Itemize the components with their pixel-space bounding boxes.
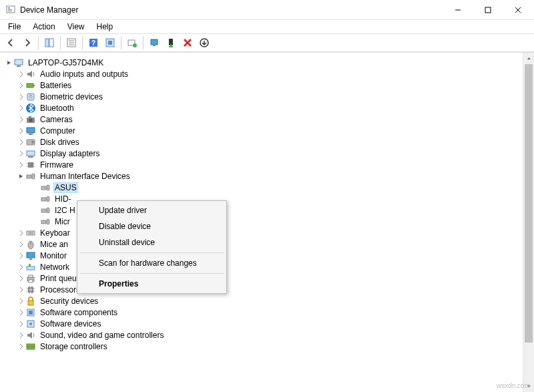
tree-item-hid[interactable]: Human Interface Devices <box>1 170 521 182</box>
battery-icon <box>25 80 36 91</box>
tree-item-computer[interactable]: Computer <box>1 125 521 136</box>
tree-label: Network <box>39 262 71 272</box>
tree-label: Firmware <box>39 160 75 170</box>
expand-icon[interactable] <box>16 69 25 79</box>
svg-rect-78 <box>28 301 33 305</box>
svg-rect-36 <box>29 134 33 135</box>
monitor-icon <box>25 126 36 136</box>
sound-icon <box>25 330 36 341</box>
tree-item-display[interactable]: Display adapters <box>1 148 521 159</box>
toolbar-separator <box>82 36 83 49</box>
expand-icon[interactable] <box>16 240 25 249</box>
toolbar-separator <box>60 36 61 49</box>
expand-icon[interactable] <box>16 308 25 317</box>
close-button[interactable] <box>503 0 533 20</box>
svg-rect-39 <box>27 151 35 156</box>
scroll-up-button[interactable] <box>523 53 534 64</box>
svg-rect-47 <box>32 174 35 179</box>
storage-icon <box>25 341 36 352</box>
window-title: Device Manager <box>20 5 78 15</box>
collapse-icon[interactable] <box>4 58 13 67</box>
menu-action[interactable]: Action <box>27 21 60 33</box>
vertical-scrollbar[interactable] <box>523 53 534 392</box>
tree-item-sound[interactable]: Sound, video and game controllers <box>1 329 521 341</box>
maximize-button[interactable] <box>473 0 503 20</box>
expand-icon[interactable] <box>16 262 25 272</box>
scrollbar-track[interactable] <box>523 64 534 381</box>
tree-item-batteries[interactable]: Batteries <box>1 79 521 91</box>
tree-item-bluetooth[interactable]: Bluetooth <box>1 102 521 114</box>
ctx-properties[interactable]: Properties <box>79 276 225 292</box>
show-hide-tree-button[interactable] <box>41 35 57 51</box>
tree-item-storage[interactable]: Storage controllers <box>1 341 521 352</box>
uninstall-device-button[interactable] <box>180 35 196 51</box>
menu-file[interactable]: File <box>3 21 26 33</box>
tree-item-asus-touchpad[interactable]: ASUS <box>1 182 521 193</box>
expand-icon[interactable] <box>16 92 25 102</box>
tree-item-security[interactable]: Security devices <box>1 295 521 307</box>
enable-device-button[interactable] <box>196 35 212 51</box>
expand-icon[interactable] <box>16 138 25 147</box>
minimize-button[interactable] <box>443 0 473 20</box>
expand-icon[interactable] <box>16 228 25 238</box>
scan-hardware-button[interactable] <box>124 35 140 51</box>
collapse-icon[interactable] <box>16 172 25 181</box>
display-adapter-icon <box>25 148 36 159</box>
watermark: wsxdn.com <box>497 382 530 389</box>
expand-icon[interactable] <box>16 319 25 329</box>
svg-rect-48 <box>41 186 46 190</box>
tree-item-swcomponents[interactable]: Software components <box>1 307 521 318</box>
expand-icon[interactable] <box>16 285 25 295</box>
properties-button[interactable] <box>63 35 79 51</box>
tree-label: Disk drives <box>39 137 81 148</box>
svg-rect-56 <box>27 231 35 235</box>
titlebar: Device Manager <box>0 0 534 20</box>
svg-rect-3 <box>8 11 12 11</box>
app-icon <box>5 5 16 15</box>
tree-label: ASUS <box>53 182 78 193</box>
ctx-update-driver[interactable]: Update driver <box>79 202 225 218</box>
expand-icon[interactable] <box>16 331 25 340</box>
ctx-uninstall-device[interactable]: Uninstall device <box>79 234 225 250</box>
svg-rect-20 <box>151 39 158 45</box>
expand-icon[interactable] <box>16 297 25 306</box>
tree-label: Bluetooth <box>39 103 75 114</box>
expand-icon[interactable] <box>16 104 25 113</box>
forward-button[interactable] <box>19 35 35 51</box>
expand-icon[interactable] <box>16 160 25 170</box>
update-driver-button[interactable] <box>146 35 162 51</box>
svg-rect-40 <box>28 156 33 158</box>
expand-icon[interactable] <box>16 115 25 124</box>
disable-device-button[interactable] <box>163 35 179 51</box>
menu-help[interactable]: Help <box>91 21 119 33</box>
tree-label: Mice an <box>39 239 69 250</box>
svg-rect-51 <box>47 196 49 202</box>
back-button[interactable] <box>3 35 19 51</box>
action-button[interactable] <box>102 35 118 51</box>
expand-icon[interactable] <box>16 342 25 351</box>
expand-icon[interactable] <box>16 81 25 90</box>
scrollbar-thumb[interactable] <box>525 64 533 343</box>
mouse-icon <box>25 239 36 250</box>
expand-icon[interactable] <box>16 149 25 158</box>
tree-item-swdevices[interactable]: Software devices <box>1 318 521 329</box>
tree-item-cameras[interactable]: Cameras <box>1 114 521 125</box>
help-button[interactable]: ? <box>85 35 101 51</box>
tree-root[interactable]: LAPTOP-GJ57D4MK <box>1 57 521 68</box>
expand-icon[interactable] <box>16 126 25 136</box>
svg-rect-49 <box>47 185 49 190</box>
tree-item-firmware[interactable]: Firmware <box>1 159 521 170</box>
ctx-scan-hardware[interactable]: Scan for hardware changes <box>79 255 225 271</box>
svg-rect-69 <box>29 288 32 291</box>
menu-view[interactable]: View <box>62 21 90 33</box>
svg-rect-52 <box>41 209 46 212</box>
expand-icon[interactable] <box>16 251 25 260</box>
tree-item-audio[interactable]: Audio inputs and outputs <box>1 68 521 79</box>
expand-icon[interactable] <box>16 274 25 283</box>
tree-item-disk[interactable]: Disk drives <box>1 136 521 148</box>
ctx-disable-device[interactable]: Disable device <box>79 218 225 234</box>
tree-item-biometric[interactable]: Biometric devices <box>1 91 521 102</box>
svg-rect-8 <box>45 39 49 47</box>
ctx-separator <box>80 273 224 274</box>
toolbar-separator <box>143 36 144 49</box>
